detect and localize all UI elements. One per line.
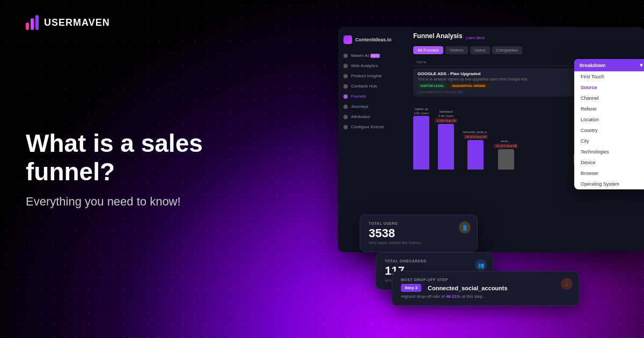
- dropoff-text: Highest drop-off rate of 46.31% at this …: [401, 294, 570, 299]
- breakdown-label: Breakdown: [580, 63, 606, 68]
- sidebar-label-funnels: Funnels: [351, 94, 366, 99]
- logo-bar-3: [35, 15, 39, 30]
- total-users-icon: 👤: [459, 222, 471, 233]
- bar-users-1: 3.5k Users: [414, 112, 429, 115]
- sidebar-label: Journeys: [351, 104, 368, 109]
- sidebar-label: Configure Events: [351, 124, 384, 129]
- sidebar-item-configure-events[interactable]: Configure Events: [338, 122, 408, 132]
- tab-companies[interactable]: Companies: [492, 46, 522, 54]
- dropdown-item-source[interactable]: Source: [574, 82, 644, 93]
- col-name: Name: [416, 60, 427, 64]
- sidebar-dot: [343, 125, 348, 129]
- dropdown-item-technologies[interactable]: Technologies: [574, 146, 644, 157]
- logo-bar-1: [26, 23, 29, 30]
- dropdown-item-referer[interactable]: Referer: [574, 104, 644, 114]
- logo-bar-2: [31, 18, 34, 30]
- sidebar-item-attribution[interactable]: Attribution: [338, 112, 408, 122]
- drop-badge-4: -62.21% Drop Off: [494, 144, 518, 148]
- learn-more-link[interactable]: Learn More: [466, 36, 485, 40]
- bar-2: [438, 124, 454, 170]
- funnel-row-desc: This is to analyse signed up and upgrade…: [418, 77, 528, 81]
- chevron-down-icon: ▼: [639, 62, 644, 68]
- bar-group-4: social_... -62.21% Drop Off: [494, 139, 518, 170]
- dropdown-item-city[interactable]: City: [574, 136, 644, 146]
- funnel-row-title: GOOGLE ADS - Plan Upgraded: [418, 71, 528, 76]
- sidebar-item-maven-ai[interactable]: Maven AI BETA: [338, 50, 408, 61]
- sidebar-label: Product Insights: [351, 74, 382, 78]
- dropdown-item-browser[interactable]: Browser: [574, 168, 644, 179]
- sidebar-item-journeys[interactable]: Journeys: [338, 101, 408, 112]
- most-dropoff-icon: ↓: [561, 278, 573, 290]
- dropdown-item-location[interactable]: Location: [574, 114, 644, 125]
- total-users-value: 3538: [369, 227, 469, 239]
- funnel-analysis-title: Funnel Analysis: [413, 32, 463, 40]
- breakdown-dropdown: Breakdown ▼ First Touch Source Channel R…: [574, 59, 644, 189]
- most-dropoff-label: MOST DROP-OFF STEP: [401, 278, 570, 282]
- sidebar-dot: [343, 54, 348, 58]
- drop-badge-2: -2.35% Drop Off: [435, 119, 457, 123]
- bar-group-2: /dashboard 2.9k Users -2.35% Drop Off: [435, 110, 457, 170]
- dropdown-item-country[interactable]: Country: [574, 125, 644, 136]
- funnel-tabs: All Funnels Visitors Users Companies: [413, 46, 639, 54]
- sidebar-label: Maven AI BETA: [351, 53, 380, 58]
- sidebar-dot: [343, 105, 348, 109]
- dashboard-container: ContentIdeas.Io Maven AI BETA Web Analyt…: [333, 27, 644, 317]
- bar-users-2: 2.9k Users: [438, 114, 454, 117]
- bar-1: [413, 116, 429, 170]
- left-section: What is a sales funnel? Everything you n…: [26, 129, 262, 209]
- sidebar-label: Contacts Hub: [351, 84, 377, 89]
- tab-users[interactable]: Users: [470, 46, 490, 54]
- bar-4: [498, 149, 514, 170]
- logo-icon: [26, 15, 39, 30]
- stats-card-most-dropoff: ↓ MOST DROP-OFF STEP Step 3 Connected_so…: [392, 271, 580, 306]
- sidebar-item-funnels[interactable]: Funnels: [338, 91, 408, 101]
- sidebar-app-name: ContentIdeas.Io: [355, 37, 392, 42]
- sidebar-dot: [343, 84, 348, 89]
- bar-label-4: social_...: [501, 139, 511, 143]
- dropdown-item-os[interactable]: Operating System: [574, 179, 644, 189]
- step-badge: Step 3: [401, 284, 421, 292]
- main-heading: What is a sales funnel?: [26, 129, 262, 186]
- bar-label-3: connected_social_a...: [463, 130, 488, 134]
- breakdown-header[interactable]: Breakdown ▼: [574, 59, 644, 71]
- sidebar-item-product-insights[interactable]: Product Insights: [338, 71, 408, 81]
- badge-visitor-level: VISITOR LEVEL: [418, 83, 447, 89]
- dropdown-item-channel[interactable]: Channel: [574, 93, 644, 104]
- sidebar-item-web-analytics[interactable]: Web Analytics: [338, 61, 408, 71]
- drop-badge-3: -46.31% Drop Off: [464, 135, 488, 139]
- bar-3: [467, 140, 484, 170]
- logo: USERMAVEN: [26, 15, 110, 30]
- bar-label-1: /signed_up: [415, 107, 428, 111]
- bar-group-1: /signed_up 3.5k Users: [413, 107, 429, 170]
- step-name: Connected_social_accounts: [428, 285, 508, 291]
- sidebar-label: Attribution: [351, 114, 370, 119]
- sidebar-header: ContentIdeas.Io: [338, 31, 408, 48]
- tab-all-funnels[interactable]: All Funnels: [413, 46, 443, 54]
- dropdown-item-first-touch[interactable]: First Touch: [574, 71, 644, 82]
- stats-card-total-users: 👤 TOTAL USERS 3538 who have visited the …: [360, 215, 478, 252]
- bar-group-3: connected_social_a... -46.31% Drop Off: [463, 130, 488, 170]
- tab-visitors[interactable]: Visitors: [445, 46, 468, 54]
- sub-heading: Everything you need to know!: [26, 195, 262, 209]
- sidebar-dot: [343, 74, 348, 78]
- total-users-desc: who have visited the funnel.: [369, 240, 469, 245]
- sidebar-dot: [343, 115, 348, 119]
- sidebar-label: Web Analytics: [351, 63, 378, 68]
- badge-sequential: SEQUENTIAL ORDER: [449, 83, 488, 89]
- dropdown-item-device[interactable]: Device: [574, 157, 644, 168]
- sidebar-dot-active: [343, 94, 348, 99]
- sidebar-item-contacts-hub[interactable]: Contacts Hub: [338, 81, 408, 91]
- funnel-meta: Last updated at 13 minutes ago: [418, 90, 528, 93]
- bar-label-2: /dashboard: [440, 110, 453, 113]
- total-users-label: TOTAL USERS: [369, 222, 469, 225]
- total-onboarded-icon: 👥: [475, 259, 487, 271]
- app-icon: [343, 35, 352, 44]
- funnel-badges: VISITOR LEVEL SEQUENTIAL ORDER: [418, 83, 528, 89]
- logo-text: USERMAVEN: [44, 17, 110, 28]
- sidebar-dot: [343, 64, 348, 68]
- total-onboarded-label: TOTAL ONBOARDED: [385, 259, 485, 263]
- dropoff-rate: 46.31%: [446, 294, 460, 299]
